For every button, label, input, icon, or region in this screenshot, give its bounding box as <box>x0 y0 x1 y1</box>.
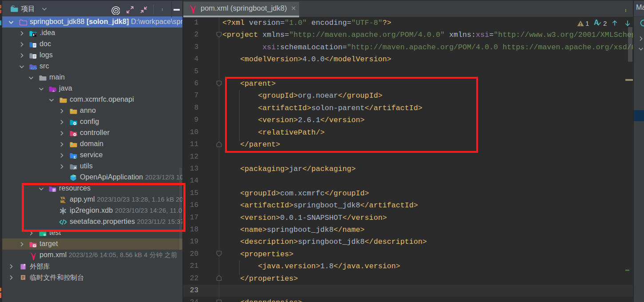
svg-text:Σ: Σ <box>74 154 76 159</box>
svg-text:</>: </> <box>31 66 37 70</box>
